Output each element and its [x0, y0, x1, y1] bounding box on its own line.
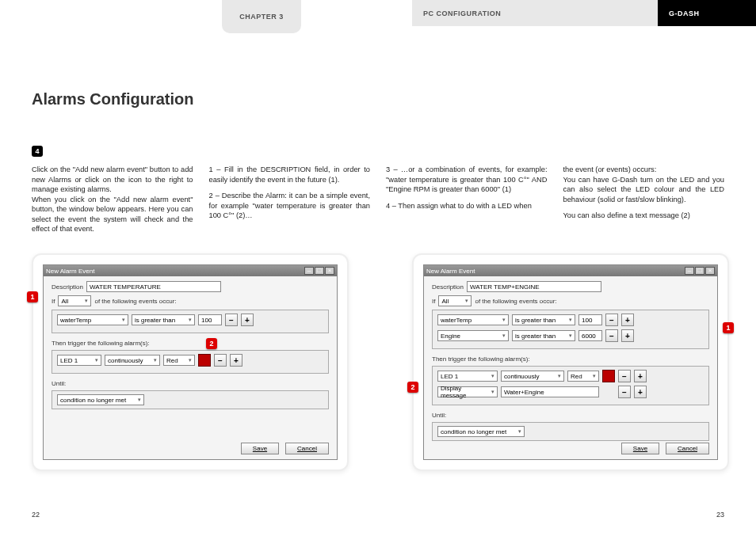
col4-p3: You can also define a text message (2): [563, 211, 725, 221]
header-tabs: CHAPTER 3 PC CONFIGURATION G-DASH: [0, 0, 756, 40]
description-label: Description: [432, 283, 464, 291]
col3-p1: 3 – …or a combination of events, for exa…: [386, 165, 548, 195]
page-number-left: 22: [32, 511, 40, 519]
if-rest-label: of the following events occur:: [94, 298, 176, 305]
minimize-icon[interactable]: –: [685, 267, 694, 275]
alarm-led-select[interactable]: LED 1: [437, 371, 498, 382]
alarms-group: LED 1 continuously Red − + Display messa…: [432, 366, 709, 405]
trigger-label: Then trigger the following alarm(s):: [432, 355, 709, 363]
events-group: waterTemp is greater than 100 − +: [52, 310, 329, 333]
screenshot-2: New Alarm Event – □ × Description WATER …: [412, 253, 729, 471]
event-value-input[interactable]: 100: [198, 314, 222, 325]
titlebar: New Alarm Event – □ ×: [424, 265, 717, 276]
callout-2: 2: [206, 338, 217, 349]
alarm-mode-select[interactable]: continuously: [501, 371, 564, 382]
add-event-button[interactable]: +: [621, 329, 634, 342]
callout-1: 1: [27, 291, 38, 302]
callout-2: 2: [407, 382, 418, 393]
until-select[interactable]: condition no longer met: [437, 426, 525, 437]
until-group: condition no longer met: [52, 390, 329, 409]
screenshot-1: New Alarm Event – □ × Description WATER …: [32, 253, 349, 471]
description-label: Description: [52, 283, 83, 291]
if-label: If: [432, 298, 435, 305]
col4-p1: the event (or events) occurs:: [563, 165, 725, 175]
until-label: Until:: [432, 412, 709, 419]
remove-alarm-button[interactable]: −: [618, 370, 631, 382]
col3-p2: 4 – Then assign what to do with a LED wh…: [386, 201, 548, 211]
col4-p2: You can have G-Dash turn on the LED and …: [563, 175, 725, 205]
maximize-icon[interactable]: □: [315, 267, 324, 275]
alarm-color-select[interactable]: Red: [163, 355, 195, 366]
page-title: Alarms Configuration: [32, 90, 193, 108]
page-number-right: 23: [716, 511, 724, 519]
remove-alarm-button[interactable]: −: [618, 386, 631, 398]
event-op-select[interactable]: is greater than: [132, 314, 195, 325]
until-label: Until:: [52, 380, 329, 387]
col2-p1: 1 – Fill in the DESCRIPTION field, in or…: [209, 165, 371, 184]
callout-1: 1: [723, 322, 734, 333]
add-event-button[interactable]: +: [241, 314, 254, 326]
event-field-select[interactable]: Engine: [437, 330, 509, 341]
event-value-input[interactable]: 100: [578, 314, 602, 325]
alarm-mode-select[interactable]: continuously: [105, 355, 160, 366]
column-3: 3 – …or a combination of events, for exa…: [386, 165, 548, 234]
alarm-display-select[interactable]: Display message: [437, 386, 498, 397]
close-icon[interactable]: ×: [325, 267, 334, 275]
close-icon[interactable]: ×: [705, 267, 715, 275]
remove-alarm-button[interactable]: −: [214, 354, 227, 367]
save-button[interactable]: Save: [621, 443, 659, 454]
if-label: If: [52, 298, 55, 305]
event-field-select[interactable]: waterTemp: [437, 314, 509, 325]
add-alarm-button[interactable]: +: [230, 354, 242, 367]
events-group: waterTemp is greater than 100 − + Engine…: [432, 310, 709, 349]
alarm-message-input[interactable]: Water+Engine: [501, 386, 599, 397]
event-value-input[interactable]: 6000: [578, 330, 602, 341]
color-swatch-icon[interactable]: [602, 370, 615, 382]
add-alarm-button[interactable]: +: [634, 386, 647, 398]
tab-brand: G-DASH: [658, 0, 756, 26]
if-scope-select[interactable]: All: [58, 295, 91, 306]
alarm-color-select[interactable]: Red: [567, 371, 599, 382]
dialog-title: New Alarm Event: [426, 268, 475, 275]
tab-chapter: CHAPTER 3: [222, 0, 301, 33]
add-alarm-button[interactable]: +: [634, 370, 647, 382]
description-input[interactable]: WATER TEMPERATURE: [86, 281, 221, 292]
dialog-new-alarm-2: New Alarm Event – □ × Description WATER …: [423, 264, 718, 460]
body-columns: Click on the "Add new alarm event" butto…: [32, 165, 724, 234]
add-event-button[interactable]: +: [621, 314, 634, 326]
event-op-select[interactable]: is greater than: [512, 314, 575, 325]
if-scope-select[interactable]: All: [438, 295, 472, 306]
col2-p2: 2 – Describe the Alarm: it can be a simp…: [209, 191, 371, 221]
alarm-led-select[interactable]: LED 1: [57, 355, 101, 366]
alarms-group: LED 1 continuously Red − +: [52, 350, 329, 374]
trigger-label: Then trigger the following alarm(s):: [52, 340, 329, 347]
color-swatch-icon[interactable]: [198, 354, 211, 367]
maximize-icon[interactable]: □: [695, 267, 704, 275]
until-select[interactable]: condition no longer met: [57, 394, 144, 405]
cancel-button[interactable]: Cancel: [666, 443, 709, 454]
remove-event-button[interactable]: −: [605, 329, 618, 342]
tab-section: PC CONFIGURATION: [412, 0, 658, 26]
column-4: the event (or events) occurs: You can ha…: [563, 165, 725, 234]
event-op-select[interactable]: is greater than: [512, 330, 575, 341]
save-button[interactable]: Save: [241, 443, 279, 454]
remove-event-button[interactable]: −: [605, 314, 618, 326]
minimize-icon[interactable]: –: [304, 267, 314, 275]
titlebar: New Alarm Event – □ ×: [44, 265, 337, 276]
description-input[interactable]: WATER TEMP+ENGINE: [467, 281, 601, 292]
column-1: Click on the "Add new alarm event" butto…: [32, 165, 193, 234]
dialog-new-alarm-1: New Alarm Event – □ × Description WATER …: [43, 264, 338, 460]
until-group: condition no longer met: [432, 422, 709, 441]
if-rest-label: of the following events occur:: [475, 298, 556, 305]
dialog-title: New Alarm Event: [46, 268, 94, 275]
column-2: 1 – Fill in the DESCRIPTION field, in or…: [209, 165, 371, 234]
cancel-button[interactable]: Cancel: [285, 443, 329, 454]
remove-event-button[interactable]: −: [225, 314, 238, 326]
step-badge: 4: [32, 146, 43, 157]
event-field-select[interactable]: waterTemp: [57, 314, 128, 325]
